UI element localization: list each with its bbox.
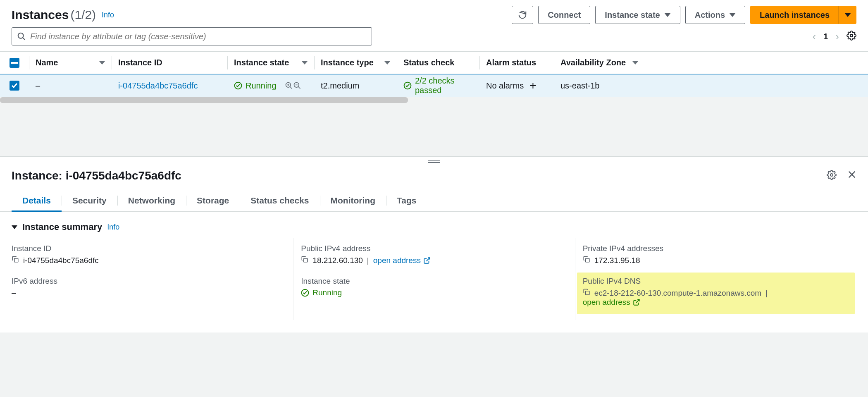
- svg-rect-21: [585, 291, 589, 295]
- tab-monitoring[interactable]: Monitoring: [320, 190, 386, 211]
- row-type: t2.medium: [314, 74, 397, 97]
- instance-summary-info-link[interactable]: Info: [107, 223, 119, 232]
- launch-instances-button[interactable]: Launch instances: [750, 6, 839, 24]
- tab-security[interactable]: Security: [62, 190, 117, 211]
- select-all-cell[interactable]: [0, 52, 29, 74]
- col-instance-type[interactable]: Instance type: [314, 52, 397, 74]
- copy-public-dns-button[interactable]: [583, 288, 590, 298]
- instance-summary-grid: Instance ID i-04755da4bc75a6dfc IPv6 add…: [0, 237, 868, 332]
- page-count: (1/2): [70, 8, 96, 22]
- caret-down-icon: [844, 13, 851, 17]
- instance-state-label: Instance state: [301, 277, 567, 286]
- open-public-ipv4-link[interactable]: open address: [373, 256, 431, 265]
- check-circle-icon: [234, 81, 242, 90]
- row-state-text: Running: [246, 81, 277, 91]
- refresh-button[interactable]: [512, 6, 533, 24]
- instance-summary-title: Instance summary: [22, 222, 102, 232]
- table-header-row: Name Instance ID Instance state Instance…: [0, 52, 868, 74]
- search-box[interactable]: [12, 27, 372, 45]
- detail-title: Instance: i-04755da4bc75a6dfc: [12, 169, 181, 182]
- ipv6-value: –: [12, 288, 286, 297]
- detail-close-button[interactable]: [847, 170, 856, 182]
- col-name[interactable]: Name: [29, 52, 112, 74]
- col-instance-id[interactable]: Instance ID: [112, 52, 227, 74]
- svg-line-18: [426, 258, 429, 261]
- row-alarm-text: No alarms: [486, 81, 524, 91]
- tab-storage[interactable]: Storage: [186, 190, 240, 211]
- caret-down-icon: [664, 13, 671, 17]
- page-title: Instances: [12, 8, 69, 22]
- tab-tags[interactable]: Tags: [386, 190, 427, 211]
- tab-details[interactable]: Details: [12, 190, 62, 211]
- pipe: |: [765, 289, 768, 298]
- external-link-icon: [423, 257, 431, 264]
- pager-prev[interactable]: ‹: [813, 30, 816, 43]
- detail-title-prefix: Instance:: [12, 169, 66, 182]
- gear-icon: [827, 170, 837, 180]
- pager-next[interactable]: ›: [835, 30, 839, 43]
- sort-icon: [302, 61, 308, 65]
- state-badge: Running: [234, 81, 277, 91]
- private-ipv4-value: 172.31.95.18: [583, 256, 849, 265]
- public-ipv4-label: Public IPv4 address: [301, 244, 567, 253]
- instance-id-label: Instance ID: [12, 244, 286, 253]
- zoom-out-icon: [293, 81, 301, 90]
- col-status-check-label: Status check: [403, 58, 454, 67]
- col-instance-type-label: Instance type: [321, 58, 374, 67]
- table-settings-button[interactable]: [847, 31, 856, 43]
- tab-networking[interactable]: Networking: [117, 190, 186, 211]
- connect-button-label: Connect: [548, 10, 581, 20]
- launch-instances-label: Launch instances: [760, 10, 830, 20]
- add-alarm-button[interactable]: +: [529, 79, 536, 92]
- copy-instance-id-button[interactable]: [12, 256, 19, 265]
- copy-icon: [583, 288, 590, 296]
- detail-settings-button[interactable]: [827, 170, 837, 182]
- row-instance-id[interactable]: i-04755da4bc75a6dfc: [112, 74, 227, 97]
- instance-id-link[interactable]: i-04755da4bc75a6dfc: [118, 81, 198, 91]
- svg-rect-20: [585, 258, 589, 262]
- page-info-link[interactable]: Info: [102, 11, 114, 19]
- table-row[interactable]: – i-04755da4bc75a6dfc Running t2.medium …: [0, 74, 868, 97]
- summary-col-2: Public IPv4 address 18.212.60.130 | open…: [293, 238, 575, 320]
- copy-private-ipv4-button[interactable]: [583, 256, 590, 265]
- actions-button[interactable]: Actions: [685, 6, 745, 24]
- gear-icon: [847, 31, 856, 41]
- instance-summary-header[interactable]: Instance summary Info: [0, 212, 868, 237]
- open-public-dns-link[interactable]: open address: [583, 298, 640, 307]
- connect-button[interactable]: Connect: [538, 6, 590, 24]
- check-circle-icon: [301, 289, 309, 297]
- open-address-label: open address: [583, 298, 630, 307]
- sort-icon: [99, 61, 105, 65]
- zoom-in-icon: [285, 81, 293, 90]
- row-alarm: No alarms +: [479, 74, 554, 97]
- col-status-check[interactable]: Status check: [397, 52, 479, 74]
- tab-status-checks[interactable]: Status checks: [240, 190, 320, 211]
- detail-header-actions: [827, 170, 856, 182]
- split-panel-divider[interactable]: [0, 157, 868, 166]
- row-select-cell[interactable]: [0, 74, 29, 97]
- public-ipv4-value: 18.212.60.130 | open address: [301, 256, 567, 265]
- private-ipv4-label: Private IPv4 addresses: [583, 244, 849, 253]
- external-link-icon: [633, 299, 640, 306]
- svg-rect-3: [11, 62, 18, 64]
- horizontal-scroll-thumb[interactable]: [0, 97, 408, 103]
- copy-icon: [583, 256, 590, 263]
- col-alarm-status[interactable]: Alarm status: [479, 52, 554, 74]
- col-availability-zone[interactable]: Availability Zone: [554, 52, 645, 74]
- col-alarm-status-label: Alarm status: [486, 58, 536, 67]
- svg-line-10: [298, 87, 300, 89]
- instance-state-button[interactable]: Instance state: [595, 6, 680, 24]
- copy-public-ipv4-button[interactable]: [301, 256, 308, 265]
- pager-page: 1: [823, 32, 828, 41]
- col-instance-state[interactable]: Instance state: [227, 52, 314, 74]
- state-filter-icons[interactable]: [285, 81, 301, 90]
- horizontal-scroll-track[interactable]: [0, 97, 868, 103]
- ipv6-label: IPv6 address: [12, 277, 286, 286]
- detail-tabs: Details Security Networking Storage Stat…: [0, 190, 868, 212]
- search-input[interactable]: [30, 32, 367, 41]
- launch-instances-dropdown[interactable]: [839, 6, 856, 24]
- public-ipv4-text: 18.212.60.130: [312, 256, 363, 265]
- svg-rect-17: [304, 258, 308, 262]
- instance-state-text: Running: [312, 288, 342, 297]
- paginator: ‹ 1 ›: [813, 30, 856, 43]
